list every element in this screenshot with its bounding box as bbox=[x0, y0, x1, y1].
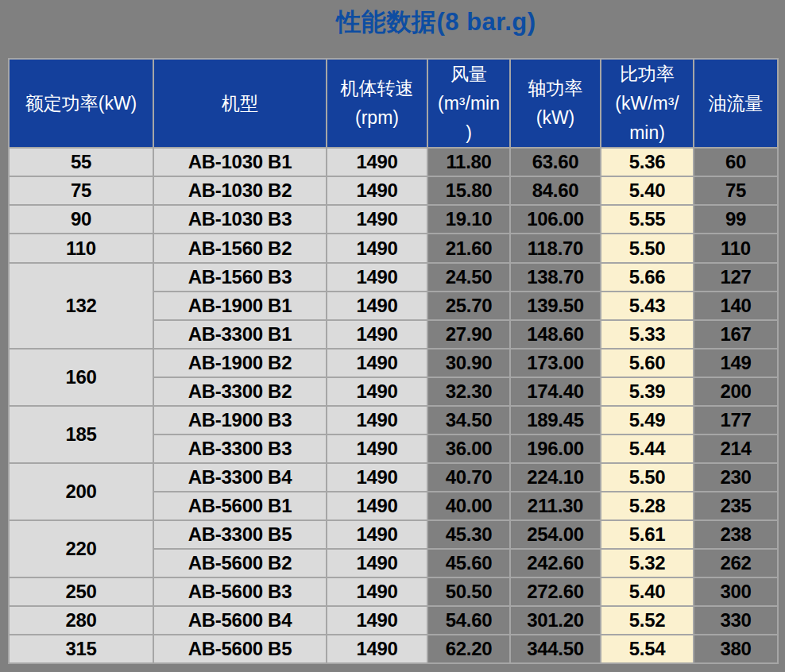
column-header-rpm: 机体转速 (rpm) bbox=[327, 59, 427, 148]
shaft-power-cell: 301.20 bbox=[510, 606, 601, 635]
rpm-cell: 1490 bbox=[327, 176, 427, 205]
column-header-specific-power: 比功率 (kW/m³/ min) bbox=[601, 59, 694, 148]
shaft-power-cell: 254.00 bbox=[510, 520, 601, 549]
shaft-power-cell: 211.30 bbox=[510, 492, 601, 520]
air-flow-cell: 25.70 bbox=[427, 292, 510, 320]
table-row: 55AB-1030 B1149011.8063.605.3660 bbox=[9, 148, 778, 176]
oil-flow-cell: 140 bbox=[694, 292, 778, 320]
air-flow-cell: 11.80 bbox=[427, 148, 510, 176]
table-row: 110AB-1560 B2149021.60118.705.50110 bbox=[9, 234, 778, 262]
table-row: 200AB-3300 B4149040.70224.105.50230 bbox=[9, 463, 778, 492]
model-cell: AB-1900 B3 bbox=[153, 406, 327, 434]
shaft-power-cell: 106.00 bbox=[510, 205, 601, 234]
shaft-power-cell: 138.70 bbox=[510, 263, 601, 292]
model-cell: AB-5600 B4 bbox=[153, 606, 327, 635]
column-header-model: 机型 bbox=[153, 59, 327, 148]
shaft-power-cell: 224.10 bbox=[510, 463, 601, 492]
rated-power-cell: 55 bbox=[9, 148, 153, 176]
model-cell: AB-5600 B2 bbox=[153, 549, 327, 577]
shaft-power-cell: 148.60 bbox=[510, 320, 601, 349]
shaft-power-cell: 173.00 bbox=[510, 349, 601, 377]
model-cell: AB-1030 B3 bbox=[153, 205, 327, 234]
model-cell: AB-1900 B2 bbox=[153, 349, 327, 377]
air-flow-cell: 40.00 bbox=[427, 492, 510, 520]
air-flow-cell: 50.50 bbox=[427, 577, 510, 606]
model-cell: AB-5600 B3 bbox=[153, 577, 327, 606]
rpm-cell: 1490 bbox=[327, 577, 427, 606]
specific-power-cell: 5.50 bbox=[601, 463, 694, 492]
rpm-cell: 1490 bbox=[327, 635, 427, 663]
table-row: 315AB-5600 B5149062.20344.505.54380 bbox=[9, 635, 778, 663]
air-flow-cell: 34.50 bbox=[427, 406, 510, 434]
rpm-cell: 1490 bbox=[327, 234, 427, 262]
specific-power-cell: 5.43 bbox=[601, 292, 694, 320]
table-row: 132AB-1560 B3149024.50138.705.66127 bbox=[9, 263, 778, 292]
oil-flow-cell: 99 bbox=[694, 205, 778, 234]
shaft-power-cell: 84.60 bbox=[510, 176, 601, 205]
specific-power-cell: 5.40 bbox=[601, 577, 694, 606]
table-row: 90AB-1030 B3149019.10106.005.5599 bbox=[9, 205, 778, 234]
oil-flow-cell: 167 bbox=[694, 320, 778, 349]
rpm-cell: 1490 bbox=[327, 320, 427, 349]
table-row: 220AB-3300 B5149045.30254.005.61238 bbox=[9, 520, 778, 549]
table-body: 55AB-1030 B1149011.8063.605.366075AB-103… bbox=[9, 148, 778, 663]
rated-power-cell: 132 bbox=[9, 263, 153, 349]
table-row: 280AB-5600 B4149054.60301.205.52330 bbox=[9, 606, 778, 635]
specific-power-cell: 5.61 bbox=[601, 520, 694, 549]
oil-flow-cell: 177 bbox=[694, 406, 778, 434]
oil-flow-cell: 149 bbox=[694, 349, 778, 377]
page-title: 性能数据(8 bar.g) bbox=[0, 6, 785, 39]
specific-power-cell: 5.50 bbox=[601, 234, 694, 262]
rpm-cell: 1490 bbox=[327, 349, 427, 377]
shaft-power-cell: 139.50 bbox=[510, 292, 601, 320]
rated-power-cell: 110 bbox=[9, 234, 153, 262]
air-flow-cell: 19.10 bbox=[427, 205, 510, 234]
rated-power-cell: 90 bbox=[9, 205, 153, 234]
table-row: 185AB-1900 B3149034.50189.455.49177 bbox=[9, 406, 778, 434]
rpm-cell: 1490 bbox=[327, 406, 427, 434]
rpm-cell: 1490 bbox=[327, 520, 427, 549]
table-row: 75AB-1030 B2149015.8084.605.4075 bbox=[9, 176, 778, 205]
model-cell: AB-3300 B5 bbox=[153, 520, 327, 549]
oil-flow-cell: 330 bbox=[694, 606, 778, 635]
specific-power-cell: 5.60 bbox=[601, 349, 694, 377]
rated-power-cell: 200 bbox=[9, 463, 153, 520]
specific-power-cell: 5.55 bbox=[601, 205, 694, 234]
specific-power-cell: 5.54 bbox=[601, 635, 694, 663]
shaft-power-cell: 118.70 bbox=[510, 234, 601, 262]
specific-power-cell: 5.33 bbox=[601, 320, 694, 349]
column-header-oil-flow: 油流量 bbox=[694, 59, 778, 148]
oil-flow-cell: 380 bbox=[694, 635, 778, 663]
model-cell: AB-1030 B2 bbox=[153, 176, 327, 205]
oil-flow-cell: 214 bbox=[694, 434, 778, 463]
rated-power-cell: 75 bbox=[9, 176, 153, 205]
model-cell: AB-3300 B1 bbox=[153, 320, 327, 349]
model-cell: AB-1030 B1 bbox=[153, 148, 327, 176]
oil-flow-cell: 127 bbox=[694, 263, 778, 292]
rated-power-cell: 160 bbox=[9, 349, 153, 406]
air-flow-cell: 24.50 bbox=[427, 263, 510, 292]
oil-flow-cell: 300 bbox=[694, 577, 778, 606]
shaft-power-cell: 196.00 bbox=[510, 434, 601, 463]
specific-power-cell: 5.40 bbox=[601, 176, 694, 205]
shaft-power-cell: 174.40 bbox=[510, 377, 601, 406]
specific-power-cell: 5.28 bbox=[601, 492, 694, 520]
table-row: 250AB-5600 B3149050.50272.605.40300 bbox=[9, 577, 778, 606]
oil-flow-cell: 200 bbox=[694, 377, 778, 406]
oil-flow-cell: 235 bbox=[694, 492, 778, 520]
air-flow-cell: 40.70 bbox=[427, 463, 510, 492]
rpm-cell: 1490 bbox=[327, 263, 427, 292]
specific-power-cell: 5.66 bbox=[601, 263, 694, 292]
rated-power-cell: 250 bbox=[9, 577, 153, 606]
rated-power-cell: 220 bbox=[9, 520, 153, 577]
shaft-power-cell: 189.45 bbox=[510, 406, 601, 434]
rated-power-cell: 280 bbox=[9, 606, 153, 635]
air-flow-cell: 15.80 bbox=[427, 176, 510, 205]
oil-flow-cell: 238 bbox=[694, 520, 778, 549]
column-header-shaft-power: 轴功率 (kW) bbox=[510, 59, 601, 148]
air-flow-cell: 62.20 bbox=[427, 635, 510, 663]
rpm-cell: 1490 bbox=[327, 292, 427, 320]
shaft-power-cell: 344.50 bbox=[510, 635, 601, 663]
air-flow-cell: 54.60 bbox=[427, 606, 510, 635]
air-flow-cell: 32.30 bbox=[427, 377, 510, 406]
